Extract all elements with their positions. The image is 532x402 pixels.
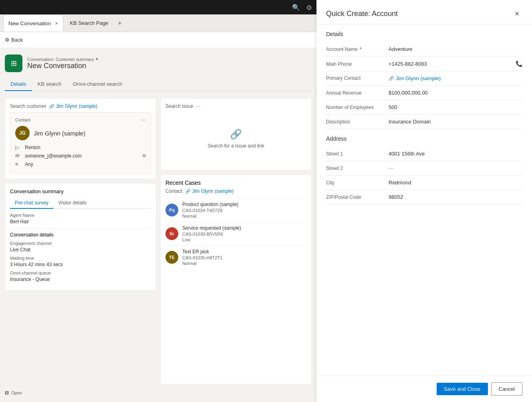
case-info-3: Test ER pick CAS-01035-H9T2T1 Normal — [182, 249, 222, 266]
tab-kb-search[interactable]: KB search — [32, 78, 67, 91]
phone-icon: 📞 — [516, 61, 522, 67]
tab-omni-channel-search[interactable]: Omni-channel search — [67, 78, 128, 91]
recent-cases-contact-link[interactable]: Jim Glynn (sample) — [192, 188, 234, 194]
tab-new-conversation-close[interactable]: ✕ — [55, 21, 58, 26]
quick-create-panel: Quick Create: Account ✕ Details Account … — [316, 0, 532, 402]
quick-create-title: Quick Create: Account — [326, 10, 398, 18]
conversation-subtitle[interactable]: Conversation: Customer summary ▾ — [27, 57, 98, 62]
contact-card: Contact ··· JG Jim Glynn (sample) ▷ Rent… — [10, 112, 151, 174]
conversation-header: ⊞ Conversation: Customer summary ▾ New C… — [5, 53, 312, 74]
chevron-down-icon: ▾ — [96, 57, 98, 62]
tab-visitor-details[interactable]: Visitor details — [53, 198, 91, 209]
search-issue-header: Search issue --- — [165, 103, 306, 109]
account-name-value[interactable]: Adventure — [389, 46, 522, 52]
tab-kb-search-label: KB Search Page — [70, 20, 108, 26]
description-label: Description — [326, 119, 382, 125]
customer-card: Search customer 🔗 Jim Glynn (sample) Con… — [5, 98, 156, 179]
tab-pre-chat-survey[interactable]: Pre-chat survey — [10, 198, 53, 209]
contact-link-icon2: 🔗 — [389, 76, 394, 81]
annual-revenue-field: Annual Revenue $100,000,000.00 — [326, 86, 522, 100]
required-indicator: * — [360, 46, 362, 52]
add-tab-button[interactable]: + — [115, 18, 125, 28]
tab-details[interactable]: Details — [5, 78, 32, 91]
conversation-summary-card: Conversation summary Pre-chat survey Vis… — [5, 183, 156, 291]
waiting-time-col: Waiting time 3 Hours 42 mins 43 secs — [10, 256, 151, 267]
case-info-2: Service requested (sample) CAS-01030-B5V… — [182, 225, 241, 242]
status-bar: ⊟ Open — [5, 388, 312, 397]
tab-new-conversation[interactable]: New Conversation ✕ — [3, 14, 63, 32]
channel-icon: ≡ — [15, 161, 22, 167]
contact-email: ✉ someone_j@example.com ⧉ — [15, 153, 146, 159]
address-section: Address Street 1 4001 156th Ave Street 2… — [326, 135, 522, 204]
case-item-1[interactable]: Pq Product question (sample) CAS-01024-T… — [165, 198, 306, 222]
contact-more-button[interactable]: ··· — [141, 117, 146, 123]
conv-details-section-title: Conversation details — [10, 232, 151, 238]
back-button[interactable]: ⚙ Back — [5, 37, 23, 43]
city-label: City — [326, 180, 382, 186]
case-item-2[interactable]: Sr Service requested (sample) CAS-01030-… — [165, 222, 306, 245]
open-icon: ⊟ — [5, 390, 9, 396]
zip-field: ZIP/Postal Code 98052 — [326, 190, 522, 204]
description-field: Description Insurance Domain — [326, 115, 522, 129]
recent-cases-title: Recent Cases — [165, 180, 306, 186]
location-icon: ▷ — [15, 144, 22, 150]
save-and-close-button[interactable]: Save and Close — [437, 383, 488, 395]
primary-contact-label: Primary Contact — [326, 75, 382, 81]
search-issue-empty: 🔗 Search for a issue and link — [165, 112, 306, 165]
settings-icon[interactable]: ⊙ — [306, 4, 312, 11]
detail-tabs: Details KB search Omni-channel search — [5, 78, 312, 91]
contact-name: Jim Glynn (sample) — [34, 130, 85, 137]
tab-bar: New Conversation ✕ KB Search Page + — [0, 14, 316, 32]
conversation-avatar: ⊞ — [5, 55, 22, 72]
summary-tabs: Pre-chat survey Visitor details — [10, 198, 151, 209]
contact-icon: 🔗 — [49, 104, 54, 109]
primary-contact-field: Primary Contact 🔗 Jim Glynn (sample) — [326, 71, 522, 86]
primary-contact-value[interactable]: 🔗 Jim Glynn (sample) — [389, 75, 522, 81]
customer-link[interactable]: 🔗 Jim Glynn (sample) — [49, 103, 97, 109]
case-item-3[interactable]: TE Test ER pick CAS-01035-H9T2T1 Normal — [165, 245, 306, 269]
back-arrow-icon: ⚙ — [5, 37, 10, 43]
left-column: Search customer 🔗 Jim Glynn (sample) Con… — [5, 98, 156, 384]
quick-create-close-button[interactable]: ✕ — [511, 8, 522, 19]
details-section-title: Details — [326, 31, 522, 37]
street2-value[interactable]: --- — [389, 165, 522, 171]
zip-value[interactable]: 98052 — [389, 194, 522, 200]
main-phone-field: Main Phone +1425-882-8083 📞 — [326, 57, 522, 71]
engagement-channel-row: Engagement channel Live Chat — [10, 241, 151, 253]
status-badge: Open — [11, 390, 22, 395]
two-column-layout: Search customer 🔗 Jim Glynn (sample) Con… — [5, 98, 312, 384]
email-copy-icon[interactable]: ⧉ — [143, 153, 146, 158]
contact-link-icon: 🔗 — [185, 189, 191, 194]
street1-value[interactable]: 4001 156th Ave — [389, 151, 522, 157]
contact-channel: ≡ Any — [15, 161, 146, 167]
street1-field: Street 1 4001 156th Ave — [326, 147, 522, 161]
contact-info: JG Jim Glynn (sample) — [15, 126, 146, 140]
tab-kb-search[interactable]: KB Search Page — [65, 14, 113, 32]
cancel-button[interactable]: Cancel — [491, 382, 522, 396]
account-name-field: Account Name * Adventure — [326, 42, 522, 57]
main-phone-value[interactable]: +1425-882-8083 — [389, 61, 509, 67]
street2-label: Street 2 — [326, 166, 382, 171]
quick-create-header: Quick Create: Account ✕ — [316, 0, 532, 24]
annual-revenue-value[interactable]: $100,000,000.00 — [389, 90, 522, 96]
num-employees-label: Number of Employees — [326, 105, 382, 110]
zip-label: ZIP/Postal Code — [326, 194, 382, 200]
email-icon: ✉ — [15, 153, 22, 159]
queue-col: Omni-channel queue Insurance - Queue — [10, 271, 151, 282]
num-employees-field: Number of Employees 500 — [326, 100, 522, 115]
street1-label: Street 1 — [326, 151, 382, 157]
agent-name-field: Agent Name Bert Hair — [10, 213, 151, 224]
conversation-title: New Conversation — [27, 62, 98, 70]
engagement-label-col: Engagement channel Live Chat — [10, 241, 151, 253]
agent-name-label: Agent Name — [10, 213, 151, 218]
conversation-title-area: Conversation: Customer summary ▾ New Con… — [27, 57, 98, 70]
search-icon[interactable]: 🔍 — [292, 4, 300, 11]
description-value[interactable]: Insurance Domain — [389, 119, 522, 125]
city-value[interactable]: Redmond — [389, 180, 522, 186]
annual-revenue-label: Annual Revenue — [326, 90, 382, 96]
num-employees-value[interactable]: 500 — [389, 104, 522, 110]
right-column: Search issue --- 🔗 Search for a issue an… — [160, 98, 312, 384]
tab-new-conversation-label: New Conversation — [8, 20, 51, 26]
quick-create-content: Details Account Name * Adventure Main Ph… — [316, 24, 532, 376]
back-label: Back — [11, 37, 23, 43]
